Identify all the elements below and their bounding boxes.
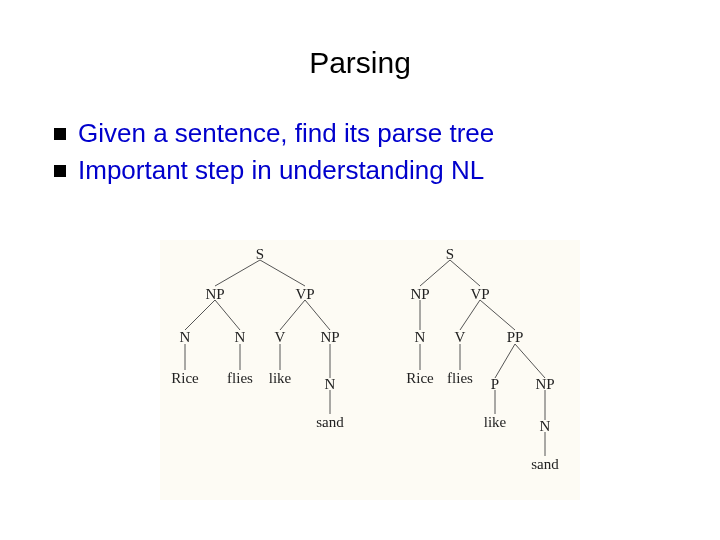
svg-line-12 — [450, 260, 480, 286]
bullet-icon — [54, 128, 66, 140]
svg-line-18 — [495, 344, 515, 378]
tree2-S: S — [446, 246, 454, 263]
tree1-N3: N — [325, 376, 336, 393]
svg-line-1 — [260, 260, 305, 286]
tree-edges — [160, 240, 580, 500]
tree2-N2: N — [540, 418, 551, 435]
bullet-text: Important step in understanding NL — [78, 155, 484, 186]
svg-line-19 — [515, 344, 545, 378]
bullet-icon — [54, 165, 66, 177]
tree2-flies: flies — [447, 370, 473, 387]
tree1-N: N — [235, 329, 246, 346]
tree1-VP: VP — [295, 286, 314, 303]
tree1-NP2: NP — [320, 329, 339, 346]
slide: Parsing Given a sentence, find its parse… — [0, 0, 720, 540]
tree1-like: like — [269, 370, 292, 387]
tree2-NP2: NP — [535, 376, 554, 393]
svg-line-15 — [480, 300, 515, 330]
svg-line-3 — [215, 300, 240, 330]
tree2-P: P — [491, 376, 499, 393]
tree2-like: like — [484, 414, 507, 431]
tree1-NP: NP — [205, 286, 224, 303]
svg-line-5 — [305, 300, 330, 330]
tree2-VP: VP — [470, 286, 489, 303]
tree2-NP: NP — [410, 286, 429, 303]
tree2-V: V — [455, 329, 466, 346]
tree1-V: V — [275, 329, 286, 346]
tree1-N: N — [180, 329, 191, 346]
tree2-N: N — [415, 329, 426, 346]
svg-line-4 — [280, 300, 305, 330]
bullet-list: Given a sentence, find its parse tree Im… — [54, 118, 494, 192]
list-item: Important step in understanding NL — [54, 155, 494, 186]
bullet-text: Given a sentence, find its parse tree — [78, 118, 494, 149]
tree2-Rice: Rice — [406, 370, 434, 387]
svg-line-14 — [460, 300, 480, 330]
tree1-Rice: Rice — [171, 370, 199, 387]
tree1-S: S — [256, 246, 264, 263]
parse-trees-figure: S NP VP N N V NP Rice flies like N sand … — [160, 240, 580, 500]
svg-line-0 — [215, 260, 260, 286]
tree2-PP: PP — [507, 329, 524, 346]
svg-line-2 — [185, 300, 215, 330]
tree1-sand: sand — [316, 414, 344, 431]
tree1-flies: flies — [227, 370, 253, 387]
page-title: Parsing — [0, 46, 720, 80]
list-item: Given a sentence, find its parse tree — [54, 118, 494, 149]
svg-line-11 — [420, 260, 450, 286]
tree2-sand: sand — [531, 456, 559, 473]
